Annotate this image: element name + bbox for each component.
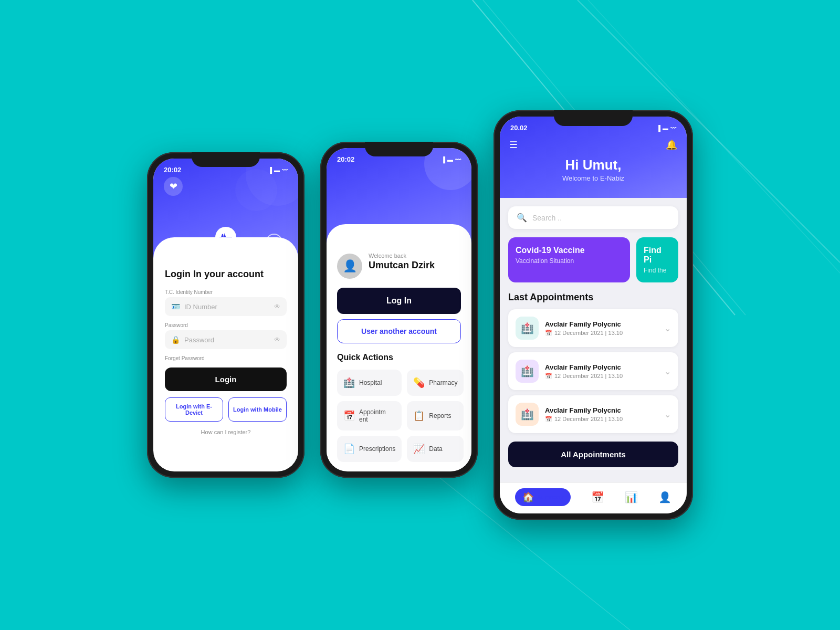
appointment-icon: 📅 xyxy=(343,410,355,422)
appt-date-1: 📅 12 December 2021 | 13.10 xyxy=(545,330,658,337)
section-title-appointments: Last Appointments xyxy=(508,292,678,303)
appointment-card-1[interactable]: 🏥 Avclair Family Polycnic 📅 12 December … xyxy=(508,309,678,347)
promo-title-covid: Covid-19 Vaccine xyxy=(516,246,623,255)
edeviet-button[interactable]: Login with E-Deviet xyxy=(165,397,223,422)
appt-date-text-2: 12 December 2021 | 13.10 xyxy=(554,373,623,379)
appt-name-1: Avclair Family Polycnic xyxy=(545,320,658,328)
phone3-body: 🔍 Search .. Covid-19 Vaccine Vaccination… xyxy=(500,198,687,482)
battery-icon-1: ▬ xyxy=(274,167,280,173)
phone3-layout: 20.02 ▐ ▬ 〰 ☰ 🔔 Hi Umut, Welcome to E-Na… xyxy=(500,117,687,513)
register-link[interactable]: How can I register? xyxy=(165,429,287,435)
notch-2 xyxy=(365,142,433,156)
another-account-button[interactable]: User another account xyxy=(337,319,461,343)
password-label: Password xyxy=(165,322,287,328)
user-name: Umutcan Dzirk xyxy=(369,260,435,271)
status-icons-2: ▐ ▬ 〰 xyxy=(441,156,461,163)
status-icons-3: ▐ ▬ 〰 xyxy=(656,125,676,131)
appt-date-3: 📅 12 December 2021 | 13.10 xyxy=(545,416,658,423)
all-appointments-button[interactable]: All Appointments xyxy=(508,442,678,467)
id-icon: 🪪 xyxy=(171,302,180,311)
quick-item-hospital[interactable]: 🏥 Hospital xyxy=(337,370,402,396)
chart-nav-icon: 📊 xyxy=(625,491,638,503)
promo-card-covid[interactable]: Covid-19 Vaccine Vaccination Situation xyxy=(508,237,630,282)
appt-info-1: Avclair Family Polycnic 📅 12 December 20… xyxy=(545,320,658,337)
quick-item-prescriptions[interactable]: 📄 Prescriptions xyxy=(337,436,402,462)
phone2-inner: 20:02 ▐ ▬ 〰 👤 Welcome back Umutcan Dzirk xyxy=(327,148,471,471)
data-icon: 📈 xyxy=(413,443,425,455)
mobile-button[interactable]: Login with Mobile xyxy=(228,397,287,422)
search-placeholder: Search .. xyxy=(532,214,562,222)
search-icon: 🔍 xyxy=(517,213,527,223)
prescriptions-icon: 📄 xyxy=(343,443,355,455)
profile-nav-icon: 👤 xyxy=(658,491,671,503)
hospital-icon: 🏥 xyxy=(343,377,355,388)
log-in-button[interactable]: Log In xyxy=(337,288,461,314)
logo-top-1: ❤ xyxy=(164,177,183,196)
appt-date-2: 📅 12 December 2021 | 13.10 xyxy=(545,373,658,380)
quick-actions-grid: 🏥 Hospital 💊 Pharmacy 📅 Appointm ent 📋 R… xyxy=(337,370,461,462)
appt-icon-1: 🏥 xyxy=(516,317,539,340)
data-label: Data xyxy=(429,445,442,453)
chevron-1[interactable]: ⌄ xyxy=(664,323,671,333)
wifi-icon-1: 〰 xyxy=(282,167,288,173)
password-input-field[interactable]: 🔒 Password 👁 xyxy=(165,330,287,349)
phone3-nav: ☰ 🔔 xyxy=(500,135,687,155)
nav-calendar[interactable]: 📅 xyxy=(591,491,604,503)
phone1-body: Login In your account T.C. Identity Numb… xyxy=(153,264,298,444)
nav-summary-label: Summary xyxy=(537,494,563,500)
battery-icon-2: ▬ xyxy=(447,156,453,163)
calendar-nav-icon: 📅 xyxy=(591,491,604,503)
appt-info-3: Avclair Family Polycnic 📅 12 December 20… xyxy=(545,406,658,423)
home-icon: 🏠 xyxy=(522,491,534,503)
quick-item-reports[interactable]: 📋 Reports xyxy=(407,401,464,430)
eye-icon-2: 👁 xyxy=(274,336,280,343)
nav-summary[interactable]: 🏠 Summary xyxy=(515,488,571,506)
promo-card-find[interactable]: Find Pi Find the xyxy=(636,237,678,282)
appointment-card-2[interactable]: 🏥 Avclair Family Polycnic 📅 12 December … xyxy=(508,352,678,390)
phone2-header: 20:02 ▐ ▬ 〰 xyxy=(327,148,471,245)
status-icons-1: ▐ ▬ 〰 xyxy=(268,167,288,173)
appt-icon-2: 🏥 xyxy=(516,360,539,383)
phone3-inner: 20.02 ▐ ▬ 〰 ☰ 🔔 Hi Umut, Welcome to E-Na… xyxy=(500,117,687,513)
time-3: 20.02 xyxy=(510,124,528,132)
hamburger-icon[interactable]: ☰ xyxy=(509,139,518,151)
user-avatar: 👤 xyxy=(337,254,362,279)
appt-info-2: Avclair Family Polycnic 📅 12 December 20… xyxy=(545,363,658,380)
reports-label: Reports xyxy=(429,412,451,419)
promo-sub-covid: Vaccination Situation xyxy=(516,257,623,265)
hospital-label: Hospital xyxy=(359,379,382,386)
signal-icon-2: ▐ xyxy=(441,156,445,163)
user-info: Welcome back Umutcan Dzirk xyxy=(369,253,435,279)
forget-password-link[interactable]: Forget Password xyxy=(165,355,287,361)
hi-text: Hi Umut, xyxy=(500,155,687,174)
pharmacy-icon: 💊 xyxy=(413,377,425,388)
welcome-back-text: Welcome back xyxy=(369,253,435,259)
signal-icon-1: ▐ xyxy=(268,167,272,173)
prescriptions-label: Prescriptions xyxy=(359,445,395,453)
user-row: 👤 Welcome back Umutcan Dzirk xyxy=(337,253,461,279)
eye-icon-1: 👁 xyxy=(274,303,280,310)
id-placeholder: ID Number xyxy=(184,303,270,311)
nav-profile[interactable]: 👤 xyxy=(658,491,671,503)
nav-chart[interactable]: 📊 xyxy=(625,491,638,503)
id-input-field[interactable]: 🪪 ID Number 👁 xyxy=(165,297,287,316)
quick-item-pharmacy[interactable]: 💊 Pharmacy xyxy=(407,370,464,396)
appointment-card-3[interactable]: 🏥 Avclair Family Polycnic 📅 12 December … xyxy=(508,395,678,433)
header-wave-1 xyxy=(153,237,298,264)
signal-icon-3: ▐ xyxy=(656,125,660,131)
login-title: Login In your account xyxy=(165,269,287,280)
phone-dashboard: 20.02 ▐ ▬ 〰 ☰ 🔔 Hi Umut, Welcome to E-Na… xyxy=(494,110,693,520)
bell-icon[interactable]: 🔔 xyxy=(666,139,677,151)
appt-name-2: Avclair Family Polycnic xyxy=(545,363,658,371)
phone-login: 20:02 ▐ ▬ 〰 ❤ ☹ xyxy=(147,152,304,478)
quick-item-appointment[interactable]: 📅 Appointm ent xyxy=(337,401,402,430)
chevron-2[interactable]: ⌄ xyxy=(664,366,671,376)
quick-item-data[interactable]: 📈 Data xyxy=(407,436,464,462)
header-wave-2 xyxy=(327,224,471,245)
phone-quick-actions: 20:02 ▐ ▬ 〰 👤 Welcome back Umutcan Dzirk xyxy=(320,142,478,478)
chevron-3[interactable]: ⌄ xyxy=(664,410,671,419)
appt-date-text-3: 12 December 2021 | 13.10 xyxy=(554,416,623,422)
search-bar[interactable]: 🔍 Search .. xyxy=(508,206,678,229)
calendar-icon-3: 📅 xyxy=(545,416,552,423)
login-button[interactable]: Login xyxy=(165,368,287,391)
